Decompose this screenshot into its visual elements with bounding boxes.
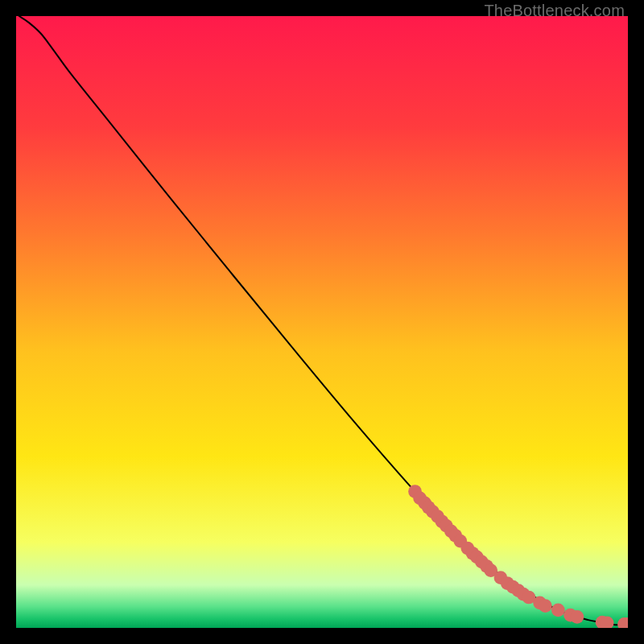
gradient-background [16, 16, 628, 628]
data-point [539, 599, 552, 613]
chart-svg [16, 16, 628, 628]
data-point [571, 610, 584, 624]
chart-stage: TheBottleneck.com [0, 0, 644, 644]
plot-area [16, 16, 628, 628]
data-point [551, 604, 565, 617]
